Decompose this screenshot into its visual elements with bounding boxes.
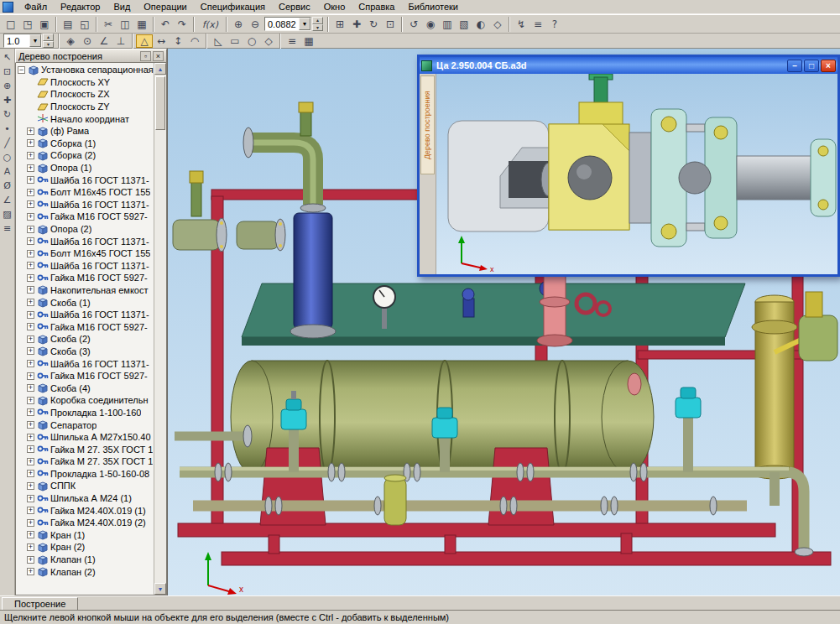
expander-icon[interactable]: + [27,213,34,221]
expander-icon[interactable]: + [27,458,34,465]
zoom-area-icon[interactable]: ⊞ [331,17,348,32]
tree-item[interactable]: +Клапан (1) [16,554,154,566]
tree-item-label[interactable]: Установка сепарационная бл... [41,65,154,75]
current-step[interactable]: 1.0▾ [3,34,42,48]
tree-item-label[interactable]: Гайка М16 ГОСТ 5927- [50,211,148,221]
tab-build[interactable]: Построение [2,597,78,611]
expander-icon[interactable]: + [27,568,34,575]
zoom-in-icon[interactable]: ⊕ [230,17,247,32]
text-tool-icon[interactable]: A [1,164,14,178]
tree-item-label[interactable]: Сепаратор [50,420,97,430]
expander-icon[interactable]: + [27,360,34,367]
redo-icon[interactable]: ↷ [174,17,190,32]
menu-item-8[interactable]: Библиотеки [401,1,465,13]
tree-item[interactable]: +(ф) Рама [16,125,154,138]
tree-scrollbar[interactable]: ▲ ▼ [154,63,166,595]
tree-item-label[interactable]: Шайба 16 ГОСТ 11371- [50,359,149,369]
menu-item-6[interactable]: Окно [317,1,352,13]
expander-icon[interactable]: + [27,274,34,282]
tree-item[interactable]: +Скоба (2) [16,333,154,346]
expander-icon[interactable]: + [27,152,34,159]
tree-item[interactable]: +Скоба (3) [16,346,154,358]
tree-item-label[interactable]: Болт М16х45 ГОСТ 155 [50,248,150,258]
variables-icon[interactable]: f(x) [197,17,223,32]
tree-item-label[interactable]: Гайка М 27. 35Х ГОСТ 1 [50,445,153,455]
current-state-icon[interactable]: ◈ [62,34,79,48]
pan-icon[interactable]: ✚ [348,17,365,32]
maximize-button[interactable]: □ [804,60,819,72]
point-tool-icon[interactable]: • [1,122,14,135]
angle-snap-icon[interactable]: ∠ [96,34,112,48]
expander-icon[interactable]: + [27,200,34,208]
tree-item[interactable]: +Скоба (4) [16,382,154,394]
expander-icon[interactable]: + [27,482,34,490]
refresh-image-icon[interactable]: ↺ [405,17,422,32]
blue-separator-column[interactable] [290,204,336,338]
spin-up-icon[interactable]: ▴ [43,34,54,41]
ortho-mode-icon[interactable]: ⊥ [112,34,129,48]
perspective-mode-icon[interactable]: ◇ [489,17,506,32]
tree-item-label[interactable]: Прокладка 1-50-160-08 [50,469,149,479]
expander-icon[interactable]: + [27,507,34,514]
tree-item-label[interactable]: Шайба 16 ГОСТ 11371- [50,309,149,320]
snap-settings-icon[interactable]: ⊙ [79,34,96,48]
tree-item-label[interactable]: Шпилька А М24 (1) [50,493,132,503]
expander-icon[interactable]: + [27,299,34,306]
pan-tool-icon[interactable]: ✚ [1,93,14,107]
triangle-tool-icon[interactable]: ◺ [210,34,227,48]
tree-item[interactable]: +Сепаратор [16,419,154,431]
tree-item[interactable]: Плоскость ZX [16,88,154,101]
tree-item[interactable]: +Клапан (2) [16,565,154,578]
tree-item-label[interactable]: Начало координат [50,114,129,124]
tree-item[interactable]: +Гайка М24.40Х.019 (1) [16,504,154,517]
help-icon[interactable]: ? [546,17,563,32]
select-tool-icon[interactable]: ↖ [1,50,14,64]
print-preview-icon[interactable]: ◱ [76,17,93,32]
expander-icon[interactable]: + [27,421,34,429]
tree-item[interactable]: +Прокладка 1-50-160-08 [16,468,154,481]
tree-item[interactable]: +Гайка М16 ГОСТ 5927- [16,211,154,223]
expander-icon[interactable]: + [27,262,34,269]
yellow-body-section[interactable] [549,124,629,230]
menu-item-1[interactable]: Редактор [54,1,107,13]
expander-icon[interactable]: + [27,237,34,245]
menu-item-3[interactable]: Операции [137,1,193,13]
tree-close-button[interactable]: × [153,51,164,61]
cut-icon[interactable]: ✂ [100,17,117,32]
tree-item-label[interactable]: Плоскость ZX [50,89,110,99]
current-zoom-spinner[interactable]: ▴▾ [312,17,323,31]
angle-tool-icon[interactable]: ∠ [1,193,14,206]
expander-icon[interactable]: + [27,408,34,416]
fit-all-icon[interactable]: ⊡ [382,17,399,32]
tree-item-label[interactable]: Прокладка 1-100-160 [50,408,141,418]
tree-item-label[interactable]: Коробка соединительн [50,395,149,405]
tree-item[interactable]: Плоскость ZY [16,101,154,113]
tree-item[interactable]: +Болт М16х45 ГОСТ 155 [16,247,154,260]
tree-item-label[interactable]: Скоба (2) [50,334,91,344]
spin-down-icon[interactable]: ▾ [312,24,323,32]
current-step-spinner[interactable]: ▴▾ [43,34,54,48]
hidden-lines-mode-icon[interactable]: ▧ [456,17,472,32]
tree-item[interactable]: +Кран (2) [16,541,154,554]
line-tool-icon[interactable]: ╱ [1,136,14,149]
menu-item-4[interactable]: Спецификация [194,1,272,13]
tree-item-label[interactable]: Клапан (2) [50,567,96,577]
wireframe-mode-icon[interactable]: ▥ [439,17,456,32]
horizontal-dimension-icon[interactable]: ↔ [153,34,170,48]
tree-item[interactable]: +Шайба 16 ГОСТ 11371- [16,260,154,273]
tree-item[interactable]: +Шайба 16 ГОСТ 11371- [16,235,154,247]
tree-item[interactable]: +Коробка соединительн [16,394,154,407]
layers-icon[interactable]: ≡ [284,34,300,48]
arc-tool-icon[interactable]: ◠ [186,34,203,48]
tree-item[interactable]: +Прокладка 1-100-160 [16,407,154,419]
tree-item[interactable]: +Болт М16х45 ГОСТ 155 [16,186,154,199]
tree-item-label[interactable]: СППК [50,481,76,491]
tree-item[interactable]: +Шайба 16 ГОСТ 11371- [16,357,154,370]
undo-icon[interactable]: ↶ [157,17,174,32]
tree-item-label[interactable]: Гайка М 27. 35Х ГОСТ 1 [50,456,153,466]
tree-item[interactable]: +Скоба (1) [16,296,154,309]
expander-icon[interactable]: + [27,531,34,538]
settings-tool-icon[interactable]: ≡ [1,221,14,235]
tree-item-label[interactable]: Плоскость XY [50,77,110,87]
expander-icon[interactable]: + [27,397,34,404]
